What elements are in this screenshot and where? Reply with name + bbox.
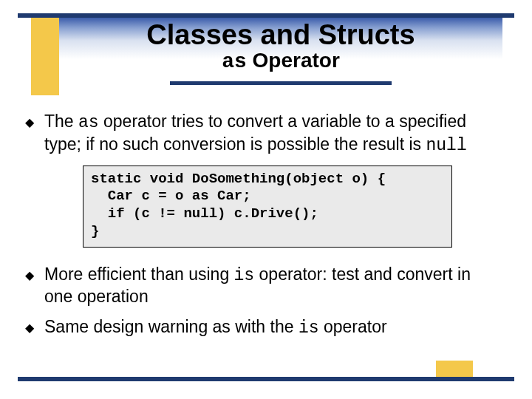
bullet-item: ◆ The as operator tries to convert a var… bbox=[25, 111, 502, 157]
code-inline: is bbox=[299, 318, 319, 338]
bullet-icon: ◆ bbox=[25, 321, 34, 335]
bullet-item: ◆ Same design warning as with the is ope… bbox=[25, 316, 502, 339]
content-area: ◆ The as operator tries to convert a var… bbox=[25, 111, 502, 348]
subtitle-underline bbox=[170, 81, 392, 85]
bullet-icon: ◆ bbox=[25, 268, 34, 283]
text-fragment: operator tries to convert a variable to … bbox=[44, 112, 466, 154]
top-gold-accent bbox=[31, 18, 59, 95]
title-area: Classes and Structs as Operator bbox=[59, 18, 502, 95]
code-block: static void DoSomething(object o) { Car … bbox=[83, 166, 452, 248]
subtitle-mono: as bbox=[222, 50, 247, 73]
subtitle-rest: Operator bbox=[247, 49, 340, 72]
slide-title: Classes and Structs bbox=[59, 21, 502, 50]
bullet-icon: ◆ bbox=[25, 115, 34, 130]
bullet-text: The as operator tries to convert a varia… bbox=[44, 111, 502, 157]
slide-subtitle: as Operator bbox=[59, 49, 502, 73]
text-fragment: operator bbox=[319, 317, 387, 336]
bottom-divider-bar bbox=[18, 377, 514, 381]
bullet-text: More efficient than using is operator: t… bbox=[44, 264, 502, 308]
bullet-text: Same design warning as with the is opera… bbox=[44, 316, 502, 339]
code-inline: is bbox=[234, 266, 255, 285]
slide: Classes and Structs as Operator ◆ The as… bbox=[0, 0, 532, 399]
bullet-item: ◆ More efficient than using is operator:… bbox=[25, 264, 502, 308]
text-fragment: The bbox=[44, 112, 78, 131]
code-inline: null bbox=[426, 136, 466, 155]
text-fragment: More efficient than using bbox=[44, 265, 234, 284]
bottom-gold-accent bbox=[436, 361, 473, 377]
code-inline: as bbox=[78, 113, 99, 132]
text-fragment: Same design warning as with the bbox=[44, 317, 299, 336]
